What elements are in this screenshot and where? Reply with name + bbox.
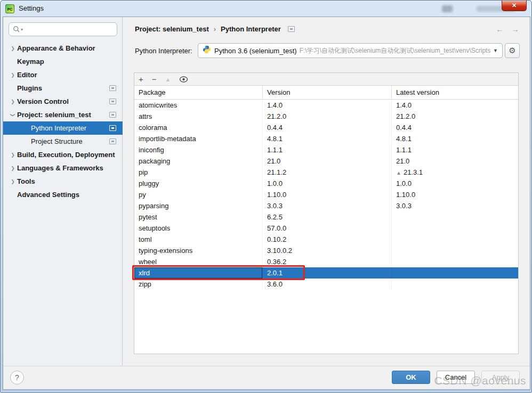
remove-package-button[interactable]: − xyxy=(152,73,157,85)
table-row-atomicwrites[interactable]: atomicwrites1.4.01.4.0 xyxy=(134,100,518,111)
column-header-version[interactable]: Version xyxy=(263,86,392,99)
column-header-package[interactable]: Package xyxy=(134,86,263,99)
sidebar-item-label: Languages & Frameworks xyxy=(17,164,103,172)
search-caret-icon: ▾ xyxy=(21,27,23,32)
table-row-toml[interactable]: toml0.10.2 xyxy=(134,234,518,245)
python-logo-icon xyxy=(203,45,211,56)
chevron-right-icon: ❯ xyxy=(9,166,17,171)
sidebar-item-python-interpreter[interactable]: Python Interpreter xyxy=(3,121,123,135)
package-cell: pluggy xyxy=(134,178,263,189)
package-cell: pip xyxy=(134,167,263,178)
ok-button[interactable]: OK xyxy=(392,371,430,384)
package-cell: atomicwrites xyxy=(134,100,263,111)
package-table: atomicwrites1.4.01.4.0attrs21.2.021.2.0c… xyxy=(134,100,518,290)
package-cell: pytest xyxy=(134,211,263,223)
breadcrumb-page[interactable]: Python Interpreter xyxy=(221,25,281,33)
version-cell: 0.10.2 xyxy=(263,234,392,245)
package-cell: iniconfig xyxy=(134,144,263,155)
table-row-pip[interactable]: pip21.1.2▲21.3.1 xyxy=(134,167,518,178)
table-row-packaging[interactable]: packaging21.021.0 xyxy=(134,155,518,167)
settings-tree: ❯Appearance & BehaviorKeymap❯EditorPlugi… xyxy=(3,42,123,201)
monitor-icon xyxy=(109,112,116,118)
package-cell: setuptools xyxy=(134,223,263,234)
table-row-pyparsing[interactable]: pyparsing3.0.33.0.3 xyxy=(134,200,518,211)
add-package-button[interactable]: + xyxy=(139,73,143,85)
version-cell: 1.10.0 xyxy=(263,189,392,200)
sidebar-item-project-structure[interactable]: Project Structure xyxy=(3,135,123,148)
help-button[interactable]: ? xyxy=(10,371,24,384)
table-row-xlrd[interactable]: xlrd2.0.1 xyxy=(134,267,518,279)
package-cell: importlib-metadata xyxy=(134,133,263,144)
latest-version-cell xyxy=(392,279,519,290)
version-cell: 21.2.0 xyxy=(263,111,392,122)
interpreter-settings-button[interactable]: ⚙ xyxy=(505,43,520,58)
sidebar-item-advanced-settings[interactable]: Advanced Settings xyxy=(3,188,123,201)
version-cell: 1.1.1 xyxy=(263,144,392,155)
package-cell: attrs xyxy=(134,111,263,122)
latest-version-cell: 1.4.0 xyxy=(392,100,519,111)
version-cell: 1.4.0 xyxy=(263,100,392,111)
table-row-typing-extensions[interactable]: typing-extensions3.10.0.2 xyxy=(134,245,518,256)
sidebar-item-label: Advanced Settings xyxy=(17,191,79,199)
package-cell: packaging xyxy=(134,155,263,167)
column-header-latest-version[interactable]: Latest version xyxy=(392,86,519,99)
package-cell: py xyxy=(134,189,263,200)
monitor-icon xyxy=(288,26,295,32)
upgrade-arrow-icon: ▲ xyxy=(396,170,401,176)
settings-window: PC Settings ✕ ▾ ❯Appearance & BehaviorKe… xyxy=(0,0,532,393)
table-row-zipp[interactable]: zipp3.6.0 xyxy=(134,279,518,290)
history-nav: ← → xyxy=(496,24,519,34)
latest-version-cell xyxy=(392,234,519,245)
latest-version-cell: 1.10.0 xyxy=(392,189,519,200)
close-button[interactable]: ✕ xyxy=(502,1,527,11)
version-cell: 21.0 xyxy=(263,155,392,167)
show-early-releases-button[interactable] xyxy=(179,76,188,83)
sidebar-item-appearance-behavior[interactable]: ❯Appearance & Behavior xyxy=(3,42,123,55)
sidebar-item-languages-frameworks[interactable]: ❯Languages & Frameworks xyxy=(3,161,123,175)
table-row-wheel[interactable]: wheel0.36.2 xyxy=(134,256,518,267)
table-row-py[interactable]: py1.10.01.10.0 xyxy=(134,189,518,200)
eye-icon xyxy=(179,76,188,83)
latest-version-cell xyxy=(392,223,519,234)
search-input[interactable]: ▾ xyxy=(9,22,117,36)
breadcrumb-separator-icon: › xyxy=(214,25,216,33)
title-bar[interactable]: PC Settings ✕ xyxy=(1,1,531,17)
sidebar-item-keymap[interactable]: Keymap xyxy=(3,55,123,68)
back-icon[interactable]: ← xyxy=(496,24,504,34)
monitor-icon xyxy=(109,125,116,131)
table-row-pluggy[interactable]: pluggy1.0.01.0.0 xyxy=(134,178,518,189)
monitor-icon xyxy=(109,85,116,91)
window-title: Settings xyxy=(19,4,44,12)
version-cell: 0.4.4 xyxy=(263,122,392,133)
package-cell: pyparsing xyxy=(134,200,263,211)
chevron-right-icon: ❯ xyxy=(9,72,17,78)
table-row-attrs[interactable]: attrs21.2.021.2.0 xyxy=(134,111,518,122)
table-row-setuptools[interactable]: setuptools57.0.0 xyxy=(134,223,518,234)
monitor-icon xyxy=(109,99,116,104)
package-cell: toml xyxy=(134,234,263,245)
sidebar-item-label: Keymap xyxy=(17,58,44,66)
chevron-right-icon: ❯ xyxy=(9,179,17,184)
sidebar-item-label: Project Structure xyxy=(31,137,83,145)
interpreter-select[interactable]: Python 3.6 (selenium_test) F:\学习\自动化测试\s… xyxy=(198,43,503,58)
table-row-colorama[interactable]: colorama0.4.40.4.4 xyxy=(134,122,518,133)
sidebar-item-label: Version Control xyxy=(17,97,69,105)
table-row-iniconfig[interactable]: iniconfig1.1.11.1.1 xyxy=(134,144,518,155)
sidebar-item-plugins[interactable]: Plugins xyxy=(3,81,123,95)
settings-dialog-body: ▾ ❯Appearance & BehaviorKeymap❯EditorPlu… xyxy=(3,17,530,390)
table-row-pytest[interactable]: pytest6.2.5 xyxy=(134,211,518,223)
latest-version-cell: 1.1.1 xyxy=(392,144,519,155)
version-cell: 3.10.0.2 xyxy=(263,245,392,256)
monitor-icon xyxy=(109,138,116,144)
table-row-importlib-metadata[interactable]: importlib-metadata4.8.14.8.1 xyxy=(134,133,518,144)
sidebar-item-version-control[interactable]: ❯Version Control xyxy=(3,95,123,108)
sidebar-item-tools[interactable]: ❯Tools xyxy=(3,175,123,188)
upgrade-package-button[interactable]: ▲ xyxy=(165,73,171,85)
sidebar-item-project-selenium-test[interactable]: ❯Project: selenium_test xyxy=(3,108,123,121)
latest-version-cell: 21.2.0 xyxy=(392,111,519,122)
watermark: CSDN @aovenus xyxy=(434,374,526,387)
sidebar-item-editor[interactable]: ❯Editor xyxy=(3,68,123,81)
forward-icon[interactable]: → xyxy=(511,24,519,34)
breadcrumb-project[interactable]: Project: selenium_test xyxy=(135,25,209,33)
sidebar-item-build-execution-deployment[interactable]: ❯Build, Execution, Deployment xyxy=(3,148,123,161)
